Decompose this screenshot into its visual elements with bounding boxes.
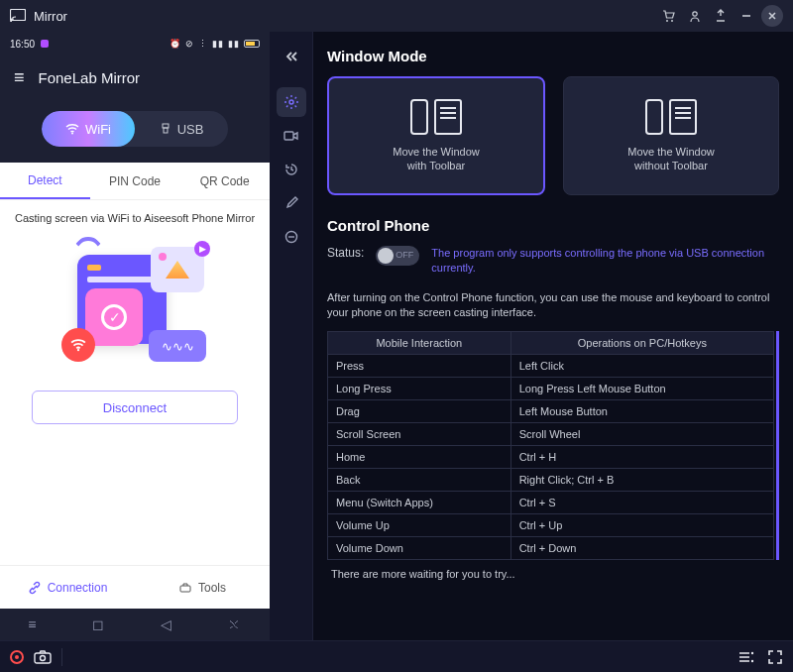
svg-point-10 [289,100,293,104]
tab-detect[interactable]: Detect [0,163,90,199]
disconnect-button[interactable]: Disconnect [32,391,238,424]
cell-pc: Ctrl + S [510,491,773,513]
content-area: Window Mode Move the Windowwith Toolbar … [313,32,793,640]
cell-pc: Long Press Left Mouse Button [510,377,773,399]
svg-point-15 [41,655,46,660]
tab-pin[interactable]: PIN Code [90,163,180,199]
cast-icon [10,9,26,23]
wifi-icon: ⋮ [198,39,208,49]
separator [61,648,62,666]
cell-mobile: Menu (Switch Apps) [328,491,511,513]
table-row: Long PressLong Press Left Mouse Button [328,377,774,399]
tab-qr[interactable]: QR Code [179,163,270,199]
toolbox-icon [178,581,192,595]
history-tool[interactable] [277,155,306,184]
mode-without-toolbar[interactable]: Move the Windowwithout Toolbar [563,76,779,195]
nav-back-icon[interactable]: ◁ [161,616,171,632]
status-description: The program only supports controlling th… [431,246,779,277]
tab-detect-label: Detect [28,173,62,187]
phone-statusbar: 16:50 ⏰ ⊘ ⋮ ▮▮ ▮▮ [0,32,270,56]
more-text: There are more waiting for you to try... [327,560,779,588]
phone-panel: 16:50 ⏰ ⊘ ⋮ ▮▮ ▮▮ ≡ FoneLab Mirror [0,32,270,640]
disconnect-label: Disconnect [103,400,167,415]
wifi-pill[interactable]: WiFi [42,111,135,147]
pin-icon[interactable] [710,5,732,27]
usb-pill[interactable]: USB [135,111,228,147]
svg-point-2 [671,20,673,22]
status-label: Status: [327,246,364,260]
minimize-button[interactable] [736,5,757,27]
mode-with-l2: with Toolbar [407,160,466,171]
collapse-button[interactable] [277,42,306,71]
bottom-tab-tools[interactable]: Tools [135,566,270,609]
close-button[interactable] [761,5,783,27]
control-toggle[interactable]: OFF [376,246,419,266]
cell-mobile: Scroll Screen [328,422,511,445]
cell-pc: Ctrl + Down [510,536,773,559]
usb-label: USB [177,122,204,137]
phone-navbar: ≡ ◻ ◁ ⛌ [0,609,270,640]
svg-rect-6 [163,124,169,128]
svg-point-16 [751,651,753,653]
phone-app-title: FoneLab Mirror [39,69,141,86]
side-toolbar [270,32,313,640]
svg-point-17 [751,659,753,661]
cell-mobile: Volume Down [328,536,511,559]
record-button[interactable] [10,650,24,664]
phone-header: ≡ FoneLab Mirror [0,56,270,99]
cart-icon[interactable] [658,5,680,27]
alarm-icon: ⏰ [170,39,181,49]
usb-icon [160,123,171,135]
table-row: Scroll ScreenScroll Wheel [328,422,774,445]
brush-tool[interactable] [277,188,306,218]
hamburger-icon[interactable]: ≡ [14,67,25,88]
user-icon[interactable] [684,5,706,27]
settings-tool[interactable] [277,87,306,117]
list-button[interactable] [737,649,755,665]
window-plain-icon [645,99,697,135]
battery-icon [244,40,260,48]
table-row: HomeCtrl + H [328,445,774,468]
toggle-text: OFF [396,250,413,260]
cell-pc: Scroll Wheel [510,422,773,445]
phone-time: 16:50 [10,39,35,50]
cell-mobile: Home [328,445,511,468]
hotkey-table-wrap: Mobile Interaction Operations on PC/Hotk… [327,331,779,560]
cell-pc: Left Mouse Button [510,399,773,422]
svg-rect-11 [284,132,293,140]
nav-menu-icon[interactable]: ≡ [28,616,36,632]
record-tool[interactable] [277,121,306,151]
dnd-icon: ⊘ [185,39,194,49]
mode-with-l1: Move the Window [393,146,479,158]
nav-home-icon[interactable]: ◻ [92,616,104,632]
mode-without-l1: Move the Window [627,146,714,158]
cell-pc: Ctrl + H [510,445,773,468]
cell-mobile: Press [328,354,511,377]
cell-mobile: Back [328,468,511,491]
signal-icon-2: ▮▮ [228,39,240,49]
nav-accessibility-icon[interactable]: ⛌ [228,616,242,632]
cell-pc: Left Click [510,354,773,377]
tab-pin-label: PIN Code [109,174,161,188]
wifi-icon [65,123,79,135]
screenshot-button[interactable] [34,649,52,665]
bottom-tab-connection[interactable]: Connection [0,566,135,609]
fullscreen-button[interactable] [767,649,783,665]
power-tool[interactable] [277,222,306,252]
cell-mobile: Long Press [328,377,511,399]
wifi-label: WiFi [85,122,111,137]
bottombar [0,640,793,672]
mode-with-toolbar[interactable]: Move the Windowwith Toolbar [327,76,545,195]
table-row: Volume DownCtrl + Down [328,536,774,559]
cell-mobile: Drag [328,399,511,422]
bottom-tab-tools-label: Tools [198,581,226,595]
phone-app-indicator [41,40,49,48]
link-icon [28,581,42,595]
svg-point-8 [77,349,79,351]
casting-illustration: ▶ ∿∿∿ [0,228,270,377]
svg-point-3 [693,12,697,16]
tab-strip: Detect PIN Code QR Code [0,163,270,200]
signal-icon: ▮▮ [212,39,224,49]
table-row: DragLeft Mouse Button [328,399,774,422]
cell-pc: Ctrl + Up [510,513,773,536]
